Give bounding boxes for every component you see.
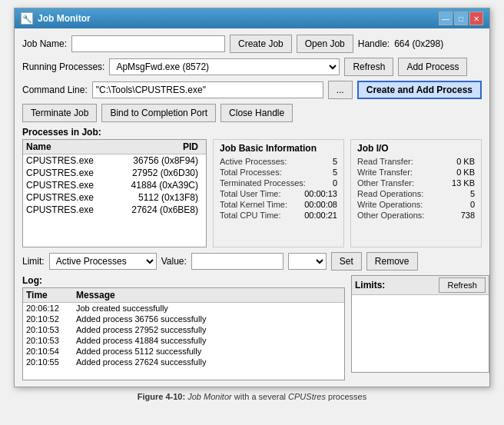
log-section: Log: Time Message 20:06:12 Job created s… bbox=[22, 275, 482, 380]
title-bar: 🔧 Job Monitor — □ ✕ bbox=[15, 8, 489, 28]
info-key: Active Processes: bbox=[220, 157, 287, 166]
processes-section: Name PID CPUSTRES.exe 36756 (0x8F94) CPU… bbox=[22, 139, 482, 247]
limits-title: Limits: bbox=[355, 280, 385, 291]
log-msg: Added process 41884 successfully bbox=[76, 336, 341, 345]
log-msg: Added process 5112 successfully bbox=[76, 347, 341, 356]
create-add-process-button[interactable]: Create and Add Process bbox=[357, 81, 482, 99]
limits-box: Limits: Refresh bbox=[351, 275, 489, 373]
open-job-button[interactable]: Open Job bbox=[297, 35, 353, 53]
table-row: CPUSTRES.exe 5112 (0x13F8) bbox=[23, 191, 206, 204]
process-name: CPUSTRES.exe bbox=[26, 180, 118, 191]
running-processes-row: Running Processes: ApMsgFwd.exe (8572) R… bbox=[22, 58, 482, 76]
log-time: 20:10:54 bbox=[26, 347, 76, 356]
refresh-button[interactable]: Refresh bbox=[344, 58, 393, 76]
info-key: Other Operations: bbox=[357, 211, 424, 220]
job-basic-info-box: Job Basic Information Active Processes: … bbox=[213, 139, 344, 247]
log-time: 20:10:53 bbox=[26, 325, 76, 334]
job-basic-info-title: Job Basic Information bbox=[220, 143, 337, 154]
info-row: Total CPU Time: 00:00:21 bbox=[220, 211, 337, 220]
table-row: CPUSTRES.exe 36756 (0x8F94) bbox=[23, 154, 206, 167]
job-name-row: Job Name: Create Job Open Job Handle: 66… bbox=[22, 35, 482, 53]
processes-box: Name PID CPUSTRES.exe 36756 (0x8F94) CPU… bbox=[22, 139, 207, 247]
log-header: Time Message bbox=[23, 288, 344, 303]
limits-refresh-button[interactable]: Refresh bbox=[439, 277, 486, 293]
info-val: 13 KB bbox=[452, 178, 475, 188]
list-item: 20:10:54 Added process 5112 successfully bbox=[23, 346, 344, 357]
close-button[interactable]: ✕ bbox=[469, 12, 483, 25]
info-val: 5 bbox=[470, 189, 475, 198]
command-line-label: Command Line: bbox=[22, 85, 88, 95]
col-header-pid: PID bbox=[118, 141, 203, 152]
list-item: 20:10:53 Added process 27952 successfull… bbox=[23, 324, 344, 335]
info-key: Write Transfer: bbox=[357, 168, 413, 177]
job-name-input[interactable] bbox=[71, 35, 225, 52]
info-val: 0 bbox=[333, 178, 337, 188]
info-val: 5 bbox=[333, 157, 337, 166]
value-unit-select[interactable] bbox=[288, 253, 327, 270]
limit-select[interactable]: Active Processes bbox=[49, 253, 157, 270]
create-job-button[interactable]: Create Job bbox=[230, 35, 292, 53]
process-pid: 27952 (0x6D30) bbox=[118, 168, 203, 178]
info-val: 00:00:13 bbox=[304, 189, 337, 198]
log-time: 20:10:53 bbox=[26, 336, 76, 345]
info-key: Read Operations: bbox=[357, 189, 423, 198]
info-val: 0 KB bbox=[456, 168, 475, 177]
action-buttons-row: Terminate Job Bind to Completion Port Cl… bbox=[22, 104, 482, 122]
info-key: Total User Time: bbox=[220, 189, 280, 198]
process-name: CPUSTRES.exe bbox=[26, 204, 118, 215]
info-key: Total Kernel Time: bbox=[220, 200, 287, 209]
process-name: CPUSTRES.exe bbox=[26, 168, 118, 178]
log-msg: Added process 27952 successfully bbox=[76, 325, 341, 334]
info-val: 00:00:08 bbox=[304, 200, 337, 209]
info-row: Write Transfer: 0 KB bbox=[357, 168, 475, 177]
add-process-button[interactable]: Add Process bbox=[398, 58, 467, 76]
figure-caption: Figure 4-10: Job Monitor with a several … bbox=[138, 392, 366, 401]
content-area: Job Name: Create Job Open Job Handle: 66… bbox=[15, 28, 489, 387]
info-row: Read Transfer: 0 KB bbox=[357, 157, 475, 166]
info-key: Total CPU Time: bbox=[220, 211, 280, 220]
window-title: Job Monitor bbox=[38, 13, 91, 24]
process-pid: 36756 (0x8F94) bbox=[118, 155, 203, 166]
running-processes-select[interactable]: ApMsgFwd.exe (8572) bbox=[109, 58, 340, 75]
limit-row: Limit: Active Processes Value: Set Remov… bbox=[22, 252, 482, 271]
info-row: Read Operations: 5 bbox=[357, 189, 475, 198]
close-handle-button[interactable]: Close Handle bbox=[220, 104, 293, 122]
info-val: 738 bbox=[461, 211, 475, 220]
process-name: CPUSTRES.exe bbox=[26, 192, 118, 203]
command-line-input[interactable] bbox=[92, 81, 323, 98]
value-label: Value: bbox=[161, 256, 187, 267]
job-io-box: Job I/O Read Transfer: 0 KB Write Transf… bbox=[350, 139, 482, 247]
process-pid: 41884 (0xA39C) bbox=[118, 180, 203, 191]
info-key: Other Transfer: bbox=[357, 178, 414, 188]
terminate-job-button[interactable]: Terminate Job bbox=[22, 104, 97, 122]
remove-button[interactable]: Remove bbox=[366, 252, 418, 271]
limits-header: Limits: Refresh bbox=[352, 276, 489, 295]
bind-completion-button[interactable]: Bind to Completion Port bbox=[101, 104, 216, 122]
info-key: Read Transfer: bbox=[357, 157, 413, 166]
info-val: 00:00:21 bbox=[304, 211, 337, 220]
limit-label: Limit: bbox=[22, 256, 45, 267]
value-input[interactable] bbox=[191, 253, 284, 270]
table-row: CPUSTRES.exe 27624 (0x6BE8) bbox=[23, 204, 206, 216]
log-time: 20:10:52 bbox=[26, 314, 76, 324]
log-list: 20:06:12 Job created successfully 20:10:… bbox=[23, 303, 344, 380]
info-row: Active Processes: 5 bbox=[220, 157, 337, 166]
browse-button[interactable]: ... bbox=[328, 81, 353, 99]
table-row: CPUSTRES.exe 41884 (0xA39C) bbox=[23, 179, 206, 191]
log-msg: Job created successfully bbox=[76, 304, 341, 313]
log-msg: Added process 36756 successfully bbox=[76, 314, 341, 324]
title-bar-left: 🔧 Job Monitor bbox=[21, 12, 91, 25]
minimize-button[interactable]: — bbox=[439, 12, 453, 25]
handle-value: 664 (0x298) bbox=[394, 38, 443, 49]
log-box: Time Message 20:06:12 Job created succes… bbox=[22, 287, 345, 380]
process-pid: 5112 (0x13F8) bbox=[118, 192, 203, 203]
processes-label: Processes in Job: bbox=[22, 127, 482, 138]
list-item: 20:10:53 Added process 41884 successfull… bbox=[23, 335, 344, 346]
log-col-time: Time bbox=[26, 290, 76, 300]
maximize-button[interactable]: □ bbox=[454, 12, 468, 25]
title-controls: — □ ✕ bbox=[439, 12, 483, 25]
job-name-label: Job Name: bbox=[22, 38, 67, 49]
log-time: 20:10:55 bbox=[26, 357, 76, 367]
info-val: 0 KB bbox=[456, 157, 475, 166]
set-button[interactable]: Set bbox=[331, 252, 362, 271]
